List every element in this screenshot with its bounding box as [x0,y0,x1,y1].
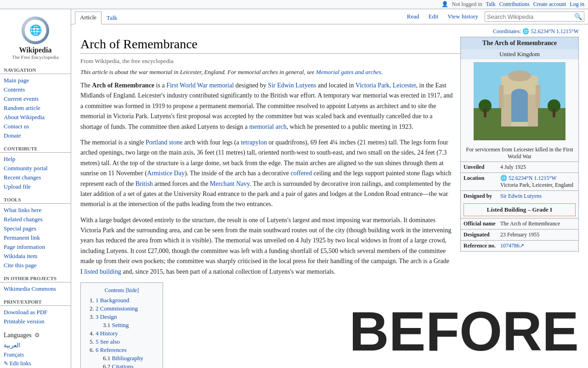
svg-point-8 [511,89,528,100]
sidebar-item-main-page[interactable]: Main page [0,76,71,85]
infobox-location-label: Location [464,175,500,189]
languages-section: Languages ⚙ العربية Français ✎ Edit link… [0,330,71,368]
infobox-ref-link[interactable]: 1074786↗ [500,242,524,249]
infobox-designer-link[interactable]: Sir Edwin Lutyens [500,193,542,199]
sidebar-item-wikimedia-commons[interactable]: Wikimedia Commons [0,284,71,293]
coffered-link[interactable]: coffered [291,170,312,177]
edit-action[interactable]: Edit [426,11,441,22]
merchant-navy-link[interactable]: Merchant Navy [210,180,250,187]
sidebar-item-contact[interactable]: Contact us [0,122,71,131]
british-link[interactable]: British [136,180,153,187]
infobox-official-name-row: Official name The Arch of Remembrance [461,218,578,229]
sidebar-item-printable[interactable]: Printable version [0,317,71,326]
sidebar-item-community-portal[interactable]: Community portal [0,164,71,173]
toc-link-citations[interactable]: Citations [112,363,134,368]
sidebar-item-donate[interactable]: Donate [0,131,71,140]
sidebar-item-contents[interactable]: Contents [0,85,71,94]
svg-point-9 [508,70,531,81]
sidebar-item-recent-changes[interactable]: Recent changes [0,173,71,182]
view-history-action[interactable]: View history [445,11,481,22]
toc-link-references[interactable]: 6 References [96,346,127,353]
toc-link-commissioning[interactable]: 2 Commissioning [96,305,138,312]
toc-sublist-references: Bibliography Citations [96,355,157,368]
lutyens-link[interactable]: Sir Edwin Lutyens [268,82,316,89]
toc-link-background[interactable]: 1 Background [96,297,129,304]
sidebar-item-lang-french[interactable]: Français [0,350,71,359]
svg-text:🌐: 🌐 [29,24,42,36]
toc-link-setting[interactable]: Setting [112,322,129,328]
navigation-title: Navigation [0,65,71,74]
toc-link-design[interactable]: 3 Design [96,313,117,320]
toc-item-see-also: 5 See also [96,338,157,345]
sidebar-item-what-links[interactable]: What links here [0,206,71,215]
svg-rect-14 [484,108,486,117]
print-section: Print/export Download as PDF Printable v… [0,297,71,326]
search-box: 🔍 [485,12,584,22]
infobox-location-coords[interactable]: 🌐 52.6234°N 1.1215°W [500,175,557,181]
other-projects-title: In other projects [0,274,71,282]
toc-hide-button[interactable]: [hide] [126,287,139,293]
sidebar-item-upload[interactable]: Upload file [0,182,71,191]
sidebar-item-help[interactable]: Help [0,155,71,164]
sidebar-item-cite[interactable]: Cite this page [0,261,71,270]
talk-link[interactable]: Talk [486,1,496,8]
toc-item-citations: Citations [103,363,157,368]
sidebar: 🌐 Wikipedia The Free Encyclopedia Naviga… [0,9,71,368]
user-bar: 👤 Not logged in Talk Contributions Creat… [0,0,588,9]
sidebar-item-about[interactable]: About Wikipedia [0,113,71,122]
site-tagline: The Free Encyclopedia [2,54,69,60]
tab-talk[interactable]: Talk [102,12,122,24]
read-action[interactable]: Read [404,11,422,22]
search-input[interactable] [487,13,574,20]
sidebar-item-download-pdf[interactable]: Download as PDF [0,308,71,317]
infobox-location-value: 🌐 52.6234°N 1.1215°W Victoria Park, Leic… [500,175,576,189]
tetrapylon-link[interactable]: tetrapylon [241,139,267,146]
site-logo: 🌐 Wikipedia The Free Encyclopedia [0,13,71,62]
listed-building-link[interactable]: listed building [84,268,121,275]
first-world-war-link[interactable]: First World War memorial [166,82,234,89]
sidebar-item-wikidata[interactable]: Wikidata item [0,252,71,261]
search-button[interactable]: 🔍 [574,13,582,20]
memorial-arch-link[interactable]: memorial arch [249,123,287,130]
armistice-day-link[interactable]: Armistice Day [147,170,185,177]
header-tabs: Article Talk [71,9,401,24]
sidebar-item-special-pages[interactable]: Special pages [0,224,71,233]
italic-notice-text: This article is about the war memorial i… [80,69,316,75]
toc-link-history[interactable]: 4 History [96,330,118,337]
infobox-location-text: Victoria Park, Leicester, England [500,182,573,188]
sidebar-item-lang-arabic[interactable]: العربية [0,341,71,350]
edit-links[interactable]: ✎ Edit links [0,359,71,368]
sidebar-item-permanent-link[interactable]: Permanent link [0,233,71,242]
toc-link-see-also[interactable]: 5 See also [96,338,120,345]
sidebar-item-related-changes[interactable]: Related changes [0,215,71,224]
main-content-area: Article Talk Read Edit View history 🔍 Co… [71,9,588,368]
sidebar-item-page-info[interactable]: Page information [0,242,71,252]
sidebar-item-random[interactable]: Random article [0,104,71,113]
other-projects-section: In other projects Wikimedia Commons [0,274,71,293]
toc-item-background: 1 Background [96,297,157,304]
contributions-link[interactable]: Contributions [499,1,530,8]
listed-building-text: Listed Building – Grade I [487,206,552,213]
languages-gear-icon[interactable]: ⚙ [34,332,40,339]
infobox-caption: For servicemen from Leicester killed in … [461,145,578,161]
log-in-link[interactable]: Log in [570,1,584,8]
sidebar-item-current-events[interactable]: Current events [0,94,71,104]
header-actions: Read Edit View history 🔍 [401,9,588,24]
navigation-section: Navigation Main page Contents Current ev… [0,65,71,140]
toc-link-bibliography[interactable]: Bibliography [112,355,144,362]
tools-section: Tools What links here Related changes Sp… [0,195,71,270]
create-account-link[interactable]: Create account [533,1,566,8]
toc-sublist-design: Setting [96,322,157,329]
print-title: Print/export [0,297,71,306]
memorial-gates-link[interactable]: Memorial gates and arches [316,69,381,75]
infobox-official-name-value: The Arch of Remembrance [500,220,576,227]
portland-stone-link[interactable]: Portland stone [146,139,183,146]
toc-list: 1 Background 2 Commissioning 3 Design Se… [86,297,157,368]
tab-article[interactable]: Article [75,12,102,24]
infobox-designed-row: Designed by Sir Edwin Lutyens [461,190,578,201]
article-content: Coordinates: 🌐 52.6234°N 1.1215°W The Ar… [71,24,588,368]
svg-rect-15 [553,108,555,117]
infobox-designated-value: 23 February 1955 [500,231,576,238]
infobox-title: The Arch of Remembrance [461,37,578,49]
victoria-park-link[interactable]: Victoria Park, Leicester [356,82,416,89]
